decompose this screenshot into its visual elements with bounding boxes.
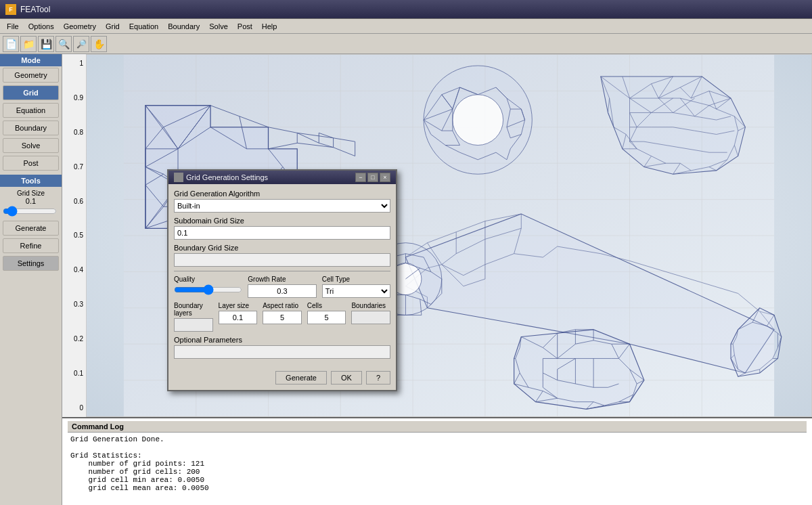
settings-button[interactable]: Settings bbox=[3, 256, 59, 271]
command-log-title: Command Log bbox=[68, 421, 807, 433]
y-label-06: 0.6 bbox=[62, 198, 86, 205]
y-label-02: 0.2 bbox=[62, 335, 86, 343]
menu-solve[interactable]: Solve bbox=[205, 21, 232, 32]
aspect-ratio-col: Aspect ratio bbox=[263, 302, 302, 324]
dialog-title: Grid Generation Settings bbox=[186, 173, 268, 181]
menu-grid[interactable]: Grid bbox=[102, 21, 124, 32]
y-label-07: 0.7 bbox=[62, 163, 86, 171]
menu-file[interactable]: File bbox=[3, 21, 23, 32]
y-label-1: 1 bbox=[62, 60, 86, 67]
open-button[interactable]: 📁 bbox=[20, 36, 37, 52]
boundary-layers-input[interactable] bbox=[174, 318, 213, 332]
sidebar-item-grid[interactable]: Grid bbox=[3, 85, 59, 100]
grid-size-slider-container bbox=[0, 205, 62, 219]
dialog-title-controls: − □ × bbox=[355, 173, 390, 182]
dialog-ok-button[interactable]: OK bbox=[331, 371, 362, 385]
y-label-01: 0.1 bbox=[62, 370, 86, 377]
cell-type-select[interactable]: Tri bbox=[322, 284, 390, 298]
canvas-area: 1 0.9 0.8 0.7 0.6 0.5 0.4 0.3 0.2 0.1 0 bbox=[62, 54, 812, 505]
menu-boundary[interactable]: Boundary bbox=[164, 21, 204, 32]
cell-type-col: Cell Type Tri bbox=[322, 276, 390, 298]
dialog-minimize-button[interactable]: − bbox=[355, 173, 366, 182]
dialog-titlebar: Grid Generation Settings − □ × bbox=[168, 171, 396, 184]
aspect-ratio-input[interactable] bbox=[263, 311, 302, 324]
sidebar-item-boundary[interactable]: Boundary bbox=[3, 120, 59, 135]
quality-label: Quality bbox=[174, 276, 242, 283]
menu-post[interactable]: Post bbox=[233, 21, 256, 32]
dialog-help-button[interactable]: ? bbox=[366, 371, 390, 385]
sidebar-item-geometry[interactable]: Geometry bbox=[3, 68, 59, 83]
menu-geometry[interactable]: Geometry bbox=[60, 21, 100, 32]
dialog-body: Grid Generation Algorithm Built-in Subdo… bbox=[168, 184, 396, 368]
save-button[interactable]: 💾 bbox=[38, 36, 54, 52]
toolbar: 📄 📁 💾 🔍 🔎 ✋ bbox=[0, 34, 812, 54]
subdomain-label: Subdomain Grid Size bbox=[174, 217, 390, 225]
cells-label: Cells bbox=[307, 302, 346, 309]
quality-col: Quality bbox=[174, 276, 242, 297]
mode-label: Mode bbox=[0, 54, 62, 66]
subdomain-row: Subdomain Grid Size bbox=[174, 217, 390, 240]
dialog-generate-button[interactable]: Generate bbox=[275, 371, 327, 385]
quality-row: Quality Growth Rate Cell Type Tri bbox=[174, 276, 390, 298]
algorithm-label: Grid Generation Algorithm bbox=[174, 190, 390, 198]
boundary-layers-row: Boundary layers Layer size Aspect ratio bbox=[174, 302, 390, 332]
dialog-title-icon bbox=[174, 173, 183, 182]
main-layout: Mode Geometry Grid Equation Boundary Sol… bbox=[0, 54, 812, 505]
menu-help[interactable]: Help bbox=[258, 21, 281, 32]
cell-type-label: Cell Type bbox=[322, 276, 390, 283]
aspect-ratio-label: Aspect ratio bbox=[263, 302, 302, 309]
menu-equation[interactable]: Equation bbox=[125, 21, 162, 32]
dialog-footer: Generate OK ? bbox=[168, 368, 396, 390]
grid-size-slider[interactable] bbox=[3, 206, 57, 216]
grid-size-label: Grid Size bbox=[0, 190, 62, 197]
sidebar-item-solve[interactable]: Solve bbox=[3, 138, 59, 153]
growth-input[interactable] bbox=[248, 284, 316, 298]
command-log-content: Grid Generation Done. Grid Statistics: n… bbox=[68, 433, 807, 495]
boundary-label: Boundary Grid Size bbox=[174, 244, 390, 252]
quality-slider[interactable] bbox=[174, 284, 242, 295]
dialog-close-button[interactable]: × bbox=[380, 173, 390, 182]
menu-options[interactable]: Options bbox=[24, 21, 58, 32]
menu-bar: File Options Geometry Grid Equation Boun… bbox=[0, 19, 812, 34]
generate-button[interactable]: Generate bbox=[3, 221, 59, 236]
y-label-05: 0.5 bbox=[62, 232, 86, 239]
tools-label: Tools bbox=[0, 175, 62, 187]
title-bar: F FEATool bbox=[0, 0, 812, 19]
refine-button[interactable]: Refine bbox=[3, 238, 59, 253]
grid-size-value: 0.1 bbox=[0, 197, 62, 205]
boundaries-col: Boundaries bbox=[351, 302, 390, 324]
algorithm-row: Grid Generation Algorithm Built-in bbox=[174, 190, 390, 213]
y-label-03: 0.3 bbox=[62, 301, 86, 308]
y-axis: 1 0.9 0.8 0.7 0.6 0.5 0.4 0.3 0.2 0.1 0 bbox=[62, 54, 86, 417]
boundaries-input[interactable] bbox=[351, 311, 390, 324]
cells-col: Cells bbox=[307, 302, 346, 324]
grid-generation-dialog: Grid Generation Settings − □ × Grid Gene… bbox=[167, 169, 397, 391]
pan-button[interactable]: ✋ bbox=[91, 36, 107, 52]
sidebar-item-post[interactable]: Post bbox=[3, 156, 59, 171]
zoom-out-button[interactable]: 🔎 bbox=[73, 36, 89, 52]
optional-input[interactable] bbox=[174, 345, 390, 359]
y-label-08: 0.8 bbox=[62, 129, 86, 136]
command-log: Command Log Grid Generation Done. Grid S… bbox=[62, 417, 812, 505]
y-label-04: 0.4 bbox=[62, 266, 86, 273]
y-label-0: 0 bbox=[62, 404, 86, 412]
sidebar: Mode Geometry Grid Equation Boundary Sol… bbox=[0, 54, 62, 505]
subdomain-input[interactable] bbox=[174, 226, 390, 240]
new-button[interactable]: 📄 bbox=[3, 36, 19, 52]
boundaries-label: Boundaries bbox=[351, 302, 390, 309]
growth-label: Growth Rate bbox=[248, 276, 316, 283]
boundary-layers-col: Boundary layers bbox=[174, 302, 213, 332]
layer-size-input[interactable] bbox=[219, 311, 258, 324]
algorithm-select[interactable]: Built-in bbox=[174, 199, 390, 213]
cells-input[interactable] bbox=[307, 311, 346, 324]
growth-col: Growth Rate bbox=[248, 276, 316, 298]
dialog-maximize-button[interactable]: □ bbox=[367, 173, 378, 182]
optional-row: Optional Parameters bbox=[174, 336, 390, 359]
layer-size-label: Layer size bbox=[219, 302, 258, 309]
optional-label: Optional Parameters bbox=[174, 336, 390, 344]
zoom-in-button[interactable]: 🔍 bbox=[55, 36, 72, 52]
sidebar-item-equation[interactable]: Equation bbox=[3, 103, 59, 118]
y-label-09: 0.9 bbox=[62, 94, 86, 102]
boundary-input[interactable] bbox=[174, 253, 390, 267]
divider-1 bbox=[174, 271, 390, 271]
